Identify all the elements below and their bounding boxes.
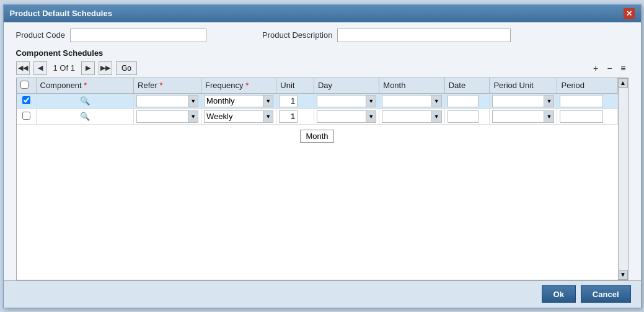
row1-component-cell: 🔍 xyxy=(36,93,134,109)
prev-page-button[interactable]: ◀ xyxy=(33,61,47,75)
scroll-down-button[interactable]: ▼ xyxy=(618,270,628,280)
row1-day-input[interactable] xyxy=(317,96,366,106)
row2-date-input[interactable] xyxy=(448,110,479,123)
col-header-period: Period xyxy=(557,78,617,94)
grid-toolbar: ◀◀ ◀ 1 Of 1 ▶ ▶▶ Go + − ≡ xyxy=(16,61,629,75)
cancel-button[interactable]: Cancel xyxy=(581,285,631,303)
row2-unit-input[interactable] xyxy=(279,110,298,123)
col-header-day: Day xyxy=(314,78,379,94)
grid-main: Component * Refer * Frequency * Unit Day xyxy=(17,78,618,280)
row1-date-input[interactable] xyxy=(448,95,479,107)
go-button[interactable]: Go xyxy=(116,61,137,75)
row1-period-unit-arrow[interactable]: ▼ xyxy=(544,96,554,107)
row1-period-unit-dropdown[interactable]: ▼ xyxy=(492,95,554,107)
row1-frequency-arrow[interactable]: ▼ xyxy=(263,96,273,107)
row2-date-cell xyxy=(444,109,490,124)
row1-refer-dropdown[interactable]: ▼ xyxy=(136,95,198,107)
row1-frequency-dropdown[interactable]: ▼ xyxy=(204,95,273,107)
row2-month-cell: ▼ xyxy=(379,109,444,124)
scroll-up-button[interactable]: ▲ xyxy=(618,78,628,88)
footer-bar: Ok Cancel xyxy=(4,280,641,308)
row2-frequency-dropdown[interactable]: ▼ xyxy=(204,110,273,123)
row1-search-icon[interactable]: 🔍 xyxy=(39,96,131,105)
row2-period-unit-arrow[interactable]: ▼ xyxy=(544,111,554,122)
row2-checkbox-cell xyxy=(17,109,37,124)
page-info: 1 Of 1 xyxy=(51,63,77,73)
table-row: 🔍 ▼ xyxy=(17,93,618,109)
col-header-frequency: Frequency * xyxy=(201,78,276,94)
row1-day-arrow[interactable]: ▼ xyxy=(366,96,376,107)
row1-frequency-cell: ▼ xyxy=(201,93,276,109)
row2-refer-input[interactable] xyxy=(137,111,188,122)
product-desc-input[interactable] xyxy=(337,29,511,42)
dialog-title: Product Default Schedules xyxy=(10,9,112,18)
section-title: Component Schedules xyxy=(16,48,629,58)
col-header-refer: Refer * xyxy=(134,78,201,94)
row1-period-unit-cell: ▼ xyxy=(490,93,557,109)
select-all-checkbox[interactable] xyxy=(20,81,29,89)
row1-unit-input[interactable] xyxy=(279,95,298,107)
row2-day-dropdown[interactable]: ▼ xyxy=(317,110,376,123)
product-code-group: Product Code xyxy=(16,29,207,42)
remove-row-button[interactable]: − xyxy=(604,62,614,74)
product-code-input[interactable] xyxy=(70,29,206,42)
row2-checkbox[interactable] xyxy=(22,112,30,120)
row1-day-cell: ▼ xyxy=(314,93,379,109)
close-button[interactable]: ✕ xyxy=(624,8,635,19)
row2-frequency-input[interactable] xyxy=(205,111,263,122)
row1-period-cell xyxy=(557,93,617,109)
month-popup-button[interactable]: Month xyxy=(300,130,333,143)
grid-scrollbar: ▲ ▼ xyxy=(618,78,628,280)
title-bar: Product Default Schedules ✕ xyxy=(4,5,641,22)
list-view-button[interactable]: ≡ xyxy=(618,62,628,74)
row1-unit-cell xyxy=(276,93,314,109)
row2-refer-dropdown[interactable]: ▼ xyxy=(136,110,198,123)
row1-period-input[interactable] xyxy=(560,95,603,107)
row2-frequency-arrow[interactable]: ▼ xyxy=(263,111,273,122)
row1-date-cell xyxy=(444,93,490,109)
row2-unit-cell xyxy=(276,109,314,124)
col-header-month: Month xyxy=(379,78,444,94)
dialog-body: Product Code Product Description Compone… xyxy=(4,22,641,280)
row2-month-input[interactable] xyxy=(382,111,431,122)
row1-checkbox[interactable] xyxy=(22,96,30,104)
col-header-component: Component * xyxy=(36,78,134,94)
first-page-button[interactable]: ◀◀ xyxy=(16,61,30,75)
row2-day-arrow[interactable]: ▼ xyxy=(366,111,376,122)
refer-required-star: * xyxy=(159,81,162,90)
row2-period-input[interactable] xyxy=(560,110,603,123)
product-default-schedules-dialog: Product Default Schedules ✕ Product Code… xyxy=(3,4,642,308)
row2-period-unit-cell: ▼ xyxy=(490,109,557,124)
next-page-button[interactable]: ▶ xyxy=(81,61,95,75)
row2-search-icon[interactable]: 🔍 xyxy=(39,112,131,121)
col-header-checkbox xyxy=(17,78,37,94)
grid-container: Component * Refer * Frequency * Unit Day xyxy=(16,78,629,280)
col-header-date: Date xyxy=(444,78,490,94)
row2-day-cell: ▼ xyxy=(314,109,379,124)
row1-month-dropdown[interactable]: ▼ xyxy=(382,95,441,107)
row1-month-input[interactable] xyxy=(382,96,431,106)
row1-period-unit-input[interactable] xyxy=(493,96,544,106)
last-page-button[interactable]: ▶▶ xyxy=(99,61,112,75)
product-code-label: Product Code xyxy=(16,30,66,40)
table-header: Component * Refer * Frequency * Unit Day xyxy=(17,78,618,94)
add-row-button[interactable]: + xyxy=(591,62,601,74)
component-schedules-section: Component Schedules ◀◀ ◀ 1 Of 1 ▶ ▶▶ Go … xyxy=(4,48,641,280)
row1-refer-input[interactable] xyxy=(137,96,188,106)
row2-component-cell: 🔍 xyxy=(36,109,134,124)
row1-day-dropdown[interactable]: ▼ xyxy=(317,95,376,107)
row2-day-input[interactable] xyxy=(317,111,366,122)
ok-button[interactable]: Ok xyxy=(542,285,576,303)
frequency-required-star: * xyxy=(245,81,249,90)
row2-period-unit-dropdown[interactable]: ▼ xyxy=(492,110,554,123)
component-required-star: * xyxy=(84,81,87,90)
row1-refer-arrow[interactable]: ▼ xyxy=(188,96,198,107)
row2-month-arrow[interactable]: ▼ xyxy=(431,111,441,122)
row2-period-cell xyxy=(557,109,617,124)
row2-refer-arrow[interactable]: ▼ xyxy=(188,111,198,122)
row2-period-unit-input[interactable] xyxy=(493,111,544,122)
row2-month-dropdown[interactable]: ▼ xyxy=(382,110,441,123)
row1-frequency-input[interactable] xyxy=(205,96,263,106)
row1-month-arrow[interactable]: ▼ xyxy=(431,96,441,107)
row1-checkbox-cell xyxy=(17,93,37,109)
